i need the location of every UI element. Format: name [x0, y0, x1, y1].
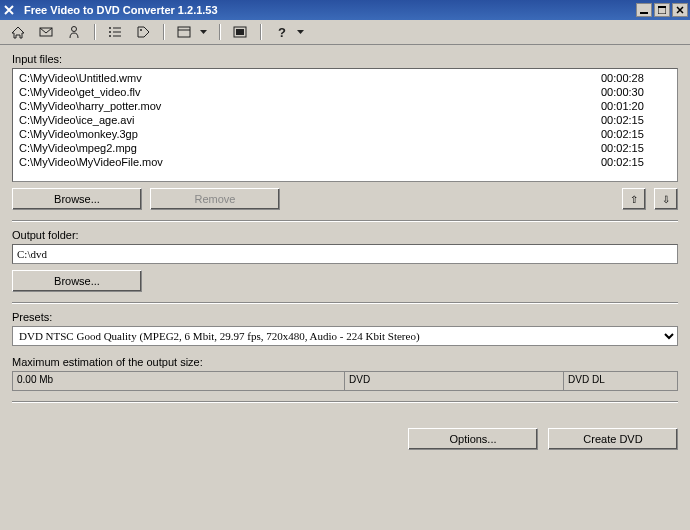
- window-icon[interactable]: [176, 24, 192, 40]
- svg-point-6: [109, 31, 111, 33]
- remove-button[interactable]: Remove: [150, 188, 280, 210]
- svg-rect-15: [236, 29, 244, 35]
- file-duration: 00:02:15: [601, 113, 671, 127]
- chevron-down-icon[interactable]: [200, 29, 207, 36]
- titlebar: Free Video to DVD Converter 1.2.1.53: [0, 0, 690, 20]
- app-icon: [2, 3, 16, 17]
- file-path: C:\MyVideo\get_video.flv: [19, 85, 601, 99]
- file-duration: 00:00:30: [601, 85, 671, 99]
- file-row[interactable]: C:\MyVideo\harry_potter.mov00:01:20: [15, 99, 675, 113]
- home-icon[interactable]: [10, 24, 26, 40]
- toolbar: ?: [0, 20, 690, 45]
- screen-icon[interactable]: [232, 24, 248, 40]
- create-dvd-button[interactable]: Create DVD: [548, 428, 678, 450]
- mail-icon[interactable]: [38, 24, 54, 40]
- output-folder-label: Output folder:: [12, 229, 678, 241]
- file-path: C:\MyVideo\harry_potter.mov: [19, 99, 601, 113]
- file-path: C:\MyVideo\MyVideoFile.mov: [19, 155, 601, 169]
- move-down-button[interactable]: ⇩: [654, 188, 678, 210]
- size-bar: 0.00 Mb DVD DVD DL: [12, 371, 678, 391]
- file-row[interactable]: C:\MyVideo\Untitled.wmv00:00:28: [15, 71, 675, 85]
- file-row[interactable]: C:\MyVideo\ice_age.avi00:02:15: [15, 113, 675, 127]
- arrow-up-icon: ⇧: [630, 194, 638, 205]
- close-button[interactable]: [672, 3, 688, 17]
- input-files-label: Input files:: [12, 53, 678, 65]
- svg-text:?: ?: [278, 25, 286, 39]
- preset-select[interactable]: DVD NTSC Good Quality (MPEG2, 6 Mbit, 29…: [12, 326, 678, 346]
- toolbar-separator: [219, 24, 220, 40]
- chevron-down-icon[interactable]: [297, 29, 304, 36]
- options-button[interactable]: Options...: [408, 428, 538, 450]
- svg-rect-0: [640, 12, 648, 14]
- file-duration: 00:02:15: [601, 155, 671, 169]
- size-current: 0.00 Mb: [13, 372, 345, 390]
- presets-label: Presets:: [12, 311, 678, 323]
- svg-point-7: [109, 35, 111, 37]
- file-path: C:\MyVideo\monkey.3gp: [19, 127, 601, 141]
- maximize-button[interactable]: [654, 3, 670, 17]
- file-path: C:\MyVideo\mpeg2.mpg: [19, 141, 601, 155]
- file-path: C:\MyVideo\ice_age.avi: [19, 113, 601, 127]
- output-folder-input[interactable]: [12, 244, 678, 264]
- size-dvd: DVD: [345, 372, 564, 390]
- file-list[interactable]: C:\MyVideo\Untitled.wmv00:00:28C:\MyVide…: [12, 68, 678, 182]
- arrow-down-icon: ⇩: [662, 194, 670, 205]
- user-icon[interactable]: [66, 24, 82, 40]
- file-row[interactable]: C:\MyVideo\monkey.3gp00:02:15: [15, 127, 675, 141]
- file-duration: 00:01:20: [601, 99, 671, 113]
- size-dvd-dl: DVD DL: [564, 372, 677, 390]
- toolbar-separator: [163, 24, 164, 40]
- file-duration: 00:02:15: [601, 127, 671, 141]
- browse-output-button[interactable]: Browse...: [12, 270, 142, 292]
- help-icon[interactable]: ?: [273, 24, 289, 40]
- file-path: C:\MyVideo\Untitled.wmv: [19, 71, 601, 85]
- svg-rect-12: [178, 27, 190, 37]
- minimize-button[interactable]: [636, 3, 652, 17]
- svg-point-4: [72, 27, 77, 32]
- svg-point-5: [109, 27, 111, 29]
- toolbar-separator: [260, 24, 261, 40]
- move-up-button[interactable]: ⇧: [622, 188, 646, 210]
- toolbar-separator: [94, 24, 95, 40]
- browse-input-button[interactable]: Browse...: [12, 188, 142, 210]
- window-title: Free Video to DVD Converter 1.2.1.53: [20, 4, 636, 16]
- svg-rect-2: [658, 6, 666, 8]
- file-duration: 00:00:28: [601, 71, 671, 85]
- file-row[interactable]: C:\MyVideo\get_video.flv00:00:30: [15, 85, 675, 99]
- max-size-label: Maximum estimation of the output size:: [12, 356, 678, 368]
- list-icon[interactable]: [107, 24, 123, 40]
- svg-point-11: [140, 29, 142, 31]
- tag-icon[interactable]: [135, 24, 151, 40]
- file-duration: 00:02:15: [601, 141, 671, 155]
- file-row[interactable]: C:\MyVideo\MyVideoFile.mov00:02:15: [15, 155, 675, 169]
- file-row[interactable]: C:\MyVideo\mpeg2.mpg00:02:15: [15, 141, 675, 155]
